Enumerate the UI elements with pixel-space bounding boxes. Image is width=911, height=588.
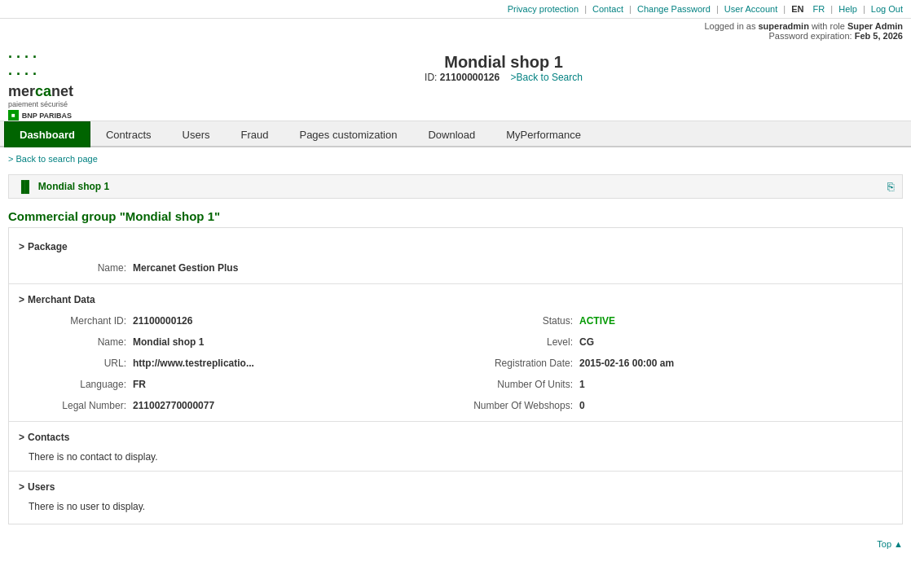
top-nav: Privacy protection | Contact | Change Pa… [0, 0, 911, 19]
webshops-label: Number Of Webshops: [465, 400, 579, 411]
name-value: Mondial shop 1 [133, 336, 204, 348]
units-value: 1 [579, 379, 585, 390]
change-password-link[interactable]: Change Password [637, 4, 711, 14]
merchant-row-3: URL: http://www.testreplicatio... Regist… [9, 353, 902, 374]
merchant-row-5: Legal Number: 211002770000077 Number Of … [9, 395, 902, 416]
role-label: with role [812, 21, 845, 31]
password-expiry-label: Password expiration: [769, 31, 852, 41]
units-block: Number Of Units: 1 [456, 377, 902, 392]
tab-contracts[interactable]: Contracts [90, 121, 167, 147]
level-block: Level: CG [456, 335, 902, 349]
legal-block: Legal Number: 211002770000077 [9, 398, 456, 413]
webshops-block: Number Of Webshops: 0 [456, 398, 902, 413]
logout-link[interactable]: Log Out [871, 4, 903, 14]
header-center: Mondial shop 1 ID: 21100000126 >Back to … [104, 49, 903, 83]
logo-dots: · · · ·· · · · [8, 49, 37, 82]
registration-value: 2015-02-16 00:00 am [579, 358, 674, 369]
top-link-area: Top ▲ [0, 533, 911, 555]
users-empty-message: There is no user to display. [9, 498, 902, 516]
users-section-toggle[interactable]: Users [9, 476, 902, 498]
shop-name: Mondial shop 1 [104, 53, 903, 72]
back-to-search-header[interactable]: >Back to Search [511, 72, 583, 83]
merchant-section-toggle[interactable]: Merchant Data [9, 289, 902, 310]
edit-icon[interactable]: ⎘ [887, 180, 894, 193]
card-header-title: ▐▌ Mondial shop 1 [17, 180, 109, 193]
shop-id-value: 21100000126 [440, 72, 500, 83]
url-value: http://www.testreplicatio... [133, 358, 254, 369]
level-value: CG [579, 336, 594, 348]
merchant-id-value: 21100000126 [133, 315, 192, 327]
privacy-protection-link[interactable]: Privacy protection [508, 4, 579, 14]
url-block: URL: http://www.testreplicatio... [9, 356, 456, 371]
legal-label: Legal Number: [19, 400, 133, 411]
webshops-value: 0 [579, 400, 585, 411]
divider-1 [9, 283, 902, 284]
lang-fr-link[interactable]: FR [813, 4, 825, 14]
username: superadmin [759, 21, 809, 31]
back-link-area: Back to search page [0, 147, 911, 170]
user-account-link[interactable]: User Account [724, 4, 777, 14]
contact-link[interactable]: Contact [592, 4, 623, 14]
tab-dashboard[interactable]: Dashboard [4, 121, 90, 147]
package-fields: Name: Mercanet Gestion Plus [9, 257, 902, 279]
content-box: Package Name: Mercanet Gestion Plus Merc… [8, 227, 903, 524]
password-expiry-date: Feb 5, 2026 [855, 31, 903, 41]
merchant-row-2: Name: Mondial shop 1 Level: CG [9, 331, 902, 353]
language-block: Language: FR [9, 377, 456, 392]
status-label: Status: [465, 315, 579, 327]
tab-fraud[interactable]: Fraud [226, 121, 284, 147]
logo-subtitle: paiement sécurisé [8, 100, 72, 108]
tab-myperformance[interactable]: MyPerformance [491, 121, 596, 147]
name-label: Name: [19, 336, 133, 348]
merchant-id-block: Merchant ID: 21100000126 [9, 314, 456, 328]
merchant-id-label: Merchant ID: [19, 315, 133, 327]
help-link[interactable]: Help [838, 4, 857, 14]
package-section-toggle[interactable]: Package [9, 236, 902, 257]
bnp-box: ■ [8, 110, 19, 121]
name-block: Name: Mondial shop 1 [9, 335, 456, 349]
shop-id-label: ID: [425, 72, 437, 83]
units-label: Number Of Units: [465, 379, 579, 390]
header: · · · ·· · · · mercanet paiement sécuris… [0, 45, 911, 121]
language-value: FR [133, 379, 146, 390]
divider-3 [9, 471, 902, 472]
contacts-section-toggle[interactable]: Contacts [9, 427, 902, 448]
tab-users[interactable]: Users [167, 121, 226, 147]
lang-en[interactable]: EN [791, 4, 803, 14]
login-text: Logged in as [704, 21, 755, 31]
shop-id-row: ID: 21100000126 >Back to Search [104, 72, 903, 83]
role: Super Admin [847, 21, 903, 31]
tab-pages-customization[interactable]: Pages customization [284, 121, 412, 147]
registration-label: Registration Date: [465, 358, 579, 369]
commercial-group-title: Commercial group "Mondial shop 1" [0, 203, 911, 227]
logo-area: · · · ·· · · · mercanet paiement sécuris… [8, 49, 88, 121]
back-to-search-link[interactable]: Back to search page [8, 154, 98, 164]
tab-download[interactable]: Download [412, 121, 491, 147]
card-header: ▐▌ Mondial shop 1 ⎘ [8, 174, 903, 199]
merchant-row-4: Language: FR Number Of Units: 1 [9, 374, 902, 395]
level-label: Level: [465, 336, 579, 348]
contacts-empty-message: There is no contact to display. [9, 448, 902, 466]
status-value: ACTIVE [579, 315, 615, 327]
divider-2 [9, 421, 902, 422]
card-title: Mondial shop 1 [38, 181, 109, 192]
package-name-block: Name: Mercanet Gestion Plus [9, 261, 902, 275]
language-label: Language: [19, 379, 133, 390]
package-name-label: Name: [19, 262, 133, 274]
logo-text: mercanet [8, 83, 73, 99]
top-link[interactable]: Top ▲ [877, 539, 903, 549]
url-label: URL: [19, 358, 133, 369]
registration-block: Registration Date: 2015-02-16 00:00 am [456, 356, 902, 371]
legal-value: 211002770000077 [133, 400, 214, 411]
merchant-row-1: Merchant ID: 21100000126 Status: ACTIVE [9, 310, 902, 331]
package-name-value: Mercanet Gestion Plus [133, 262, 238, 274]
bar-chart-icon: ▐▌ [17, 180, 33, 193]
status-block: Status: ACTIVE [456, 314, 902, 328]
tabs-bar: Dashboard Contracts Users Fraud Pages cu… [0, 121, 911, 147]
login-info: Logged in as superadmin with role Super … [0, 19, 911, 45]
logo: · · · ·· · · · mercanet [8, 49, 88, 100]
bnp-label: BNP PARIBAS [22, 112, 72, 120]
